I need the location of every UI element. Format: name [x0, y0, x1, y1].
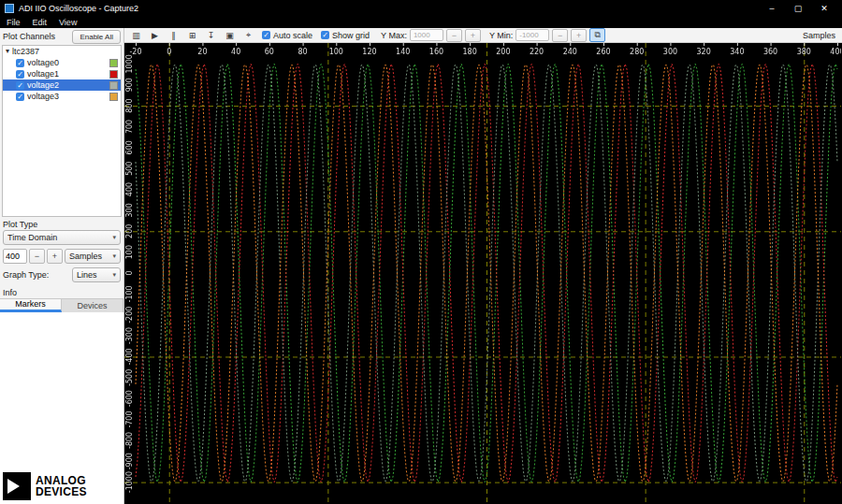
play-button[interactable]: ▶ — [147, 28, 163, 42]
menu-file[interactable]: File — [7, 18, 21, 27]
pause-button[interactable]: ∥ — [166, 28, 181, 42]
samples-label: Samples — [803, 31, 835, 40]
menu-bar: File Edit View — [0, 17, 842, 28]
channel-row-voltage2[interactable]: ✓ voltage2 — [3, 79, 121, 91]
app-icon — [5, 4, 14, 13]
fullscreen-button[interactable]: ▣ — [222, 28, 238, 42]
channel-label: voltage1 — [27, 69, 107, 79]
window-controls: – ▢ ✕ — [759, 4, 837, 13]
pause-icon: ∥ — [171, 31, 176, 40]
toolbar: ▥ ▶ ∥ ⊞ ↧ ▣ ⌖ ✓ Auto scale ✓ Show grid Y… — [124, 28, 842, 43]
adi-logo: ANALOG DEVICES — [0, 468, 123, 504]
expander-icon[interactable]: ▾ — [6, 47, 9, 56]
title-bar: ADI IIO Oscilloscope - Capture2 – ▢ ✕ — [0, 0, 842, 17]
auto-scale-label: Auto scale — [273, 31, 312, 40]
device-label: ltc2387 — [12, 47, 39, 56]
channel-row-voltage1[interactable]: ✓ voltage1 — [3, 68, 121, 79]
detach-plot-icon: ⧉ — [595, 30, 601, 40]
channel-color-swatch-voltage1[interactable] — [109, 70, 118, 79]
checkbox-checked-icon[interactable]: ✓ — [16, 59, 24, 67]
device-row-ltc2387[interactable]: ▾ ltc2387 — [3, 46, 121, 57]
channel-color-swatch-voltage3[interactable] — [109, 93, 118, 101]
sample-count-row: − + Samples ▾ — [3, 249, 121, 264]
y-max-decrement-button[interactable]: − — [446, 29, 462, 42]
graph-type-row: Graph Type: Lines ▾ — [3, 267, 121, 282]
chevron-down-icon: ▾ — [112, 271, 116, 279]
y-max-label: Y Max: — [381, 31, 407, 40]
show-grid-checkbox[interactable]: ✓ — [321, 31, 329, 39]
show-grid-label: Show grid — [332, 31, 370, 40]
new-plot-button[interactable]: ⊞ — [184, 28, 200, 42]
sidebar: Plot Channels Enable All ▾ ltc2387 ✓ vol… — [0, 28, 124, 504]
plot-area[interactable] — [124, 43, 842, 504]
fullscreen-icon: ▣ — [225, 31, 234, 40]
markers-panel — [0, 312, 123, 468]
detach-plot-button[interactable]: ⧉ — [589, 28, 605, 42]
sample-count-input[interactable] — [3, 249, 27, 264]
save-icon: ↧ — [208, 31, 215, 40]
sample-unit-value: Samples — [69, 252, 102, 261]
y-min-decrement-button[interactable]: − — [552, 29, 568, 42]
show-grid-checkbox-group: ✓ Show grid — [321, 31, 370, 40]
plot-type-value: Time Domain — [7, 233, 57, 242]
new-plot-icon: ⊞ — [189, 31, 196, 40]
capture-button[interactable]: ▥ — [128, 28, 144, 42]
checkbox-checked-icon[interactable]: ✓ — [16, 70, 24, 79]
graph-type-dropdown[interactable]: Lines ▾ — [72, 267, 121, 282]
channel-row-voltage0[interactable]: ✓ voltage0 — [3, 57, 121, 68]
sample-increment-button[interactable]: + — [47, 249, 63, 264]
info-label: Info — [0, 284, 123, 298]
pan-icon: ⌖ — [246, 30, 251, 40]
sample-decrement-button[interactable]: − — [29, 249, 45, 264]
menu-edit[interactable]: Edit — [33, 18, 48, 27]
channel-color-swatch-voltage0[interactable] — [109, 59, 118, 67]
chevron-down-icon: ▾ — [112, 252, 116, 260]
tab-markers[interactable]: Markers — [0, 299, 62, 312]
sidebar-header: Plot Channels Enable All — [0, 28, 123, 45]
plot-type-label: Plot Type — [0, 217, 123, 230]
waveform-canvas[interactable] — [124, 43, 841, 503]
menu-view[interactable]: View — [59, 18, 77, 27]
capture-icon: ▥ — [132, 31, 140, 40]
pan-button[interactable]: ⌖ — [240, 28, 256, 42]
app-window: ADI IIO Oscilloscope - Capture2 – ▢ ✕ Fi… — [0, 0, 842, 504]
y-min-label: Y Min: — [489, 31, 513, 40]
enable-all-button[interactable]: Enable All — [72, 30, 121, 44]
save-button[interactable]: ↧ — [203, 28, 219, 42]
plot-channels-label: Plot Channels — [3, 32, 55, 41]
minimize-button[interactable]: – — [759, 4, 785, 13]
main-area: ▥ ▶ ∥ ⊞ ↧ ▣ ⌖ ✓ Auto scale ✓ Show grid Y… — [124, 28, 842, 504]
checkbox-checked-icon[interactable]: ✓ — [16, 81, 24, 90]
close-button[interactable]: ✕ — [811, 4, 837, 13]
auto-scale-checkbox[interactable]: ✓ — [262, 31, 270, 39]
sample-unit-dropdown[interactable]: Samples ▾ — [65, 249, 121, 264]
plot-type-dropdown[interactable]: Time Domain ▾ — [3, 230, 121, 245]
info-tabs: Markers Devices — [0, 298, 123, 312]
adi-logo-text: ANALOG DEVICES — [36, 475, 87, 497]
graph-type-label: Graph Type: — [3, 270, 49, 280]
channel-row-voltage3[interactable]: ✓ voltage3 — [3, 91, 121, 102]
logo-text-devices: DEVICES — [36, 486, 87, 497]
graph-type-value: Lines — [77, 270, 97, 280]
channel-color-swatch-voltage2[interactable] — [109, 81, 118, 90]
window-title: ADI IIO Oscilloscope - Capture2 — [19, 4, 138, 13]
tab-devices[interactable]: Devices — [62, 299, 123, 312]
chevron-down-icon: ▾ — [112, 234, 116, 241]
play-icon: ▶ — [152, 31, 158, 40]
y-max-input[interactable] — [410, 29, 443, 41]
channel-label: voltage2 — [27, 80, 107, 90]
channel-label: voltage3 — [27, 92, 107, 101]
y-max-increment-button[interactable]: + — [465, 29, 481, 42]
auto-scale-checkbox-group: ✓ Auto scale — [262, 31, 312, 40]
checkbox-checked-icon[interactable]: ✓ — [16, 93, 24, 101]
channel-tree: ▾ ltc2387 ✓ voltage0 ✓ voltage1 ✓ voltag… — [2, 45, 122, 217]
y-min-input[interactable] — [515, 29, 549, 41]
y-min-increment-button[interactable]: + — [571, 29, 587, 42]
adi-logo-icon — [3, 472, 31, 500]
channel-label: voltage0 — [27, 58, 107, 67]
maximize-button[interactable]: ▢ — [785, 4, 811, 13]
